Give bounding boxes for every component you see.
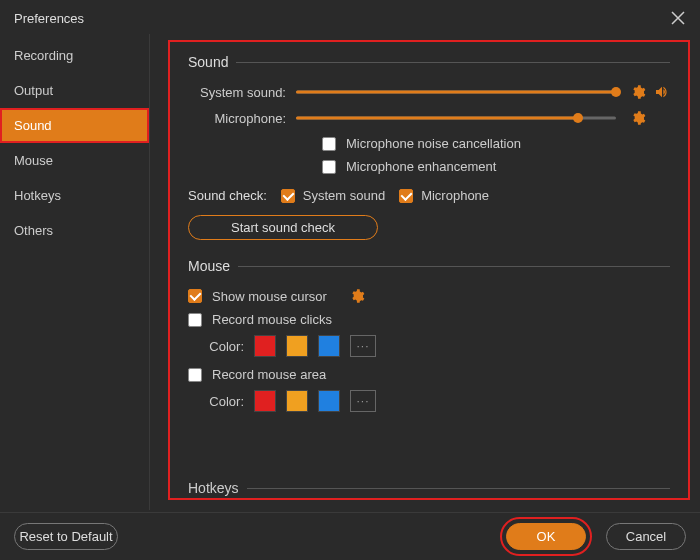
- speaker-icon[interactable]: [654, 84, 670, 100]
- sidebar: Recording Output Sound Mouse Hotkeys Oth…: [0, 34, 150, 510]
- window-title: Preferences: [14, 11, 84, 26]
- more-colors-button[interactable]: ···: [350, 335, 376, 357]
- color-swatch-orange[interactable]: [286, 335, 308, 357]
- more-colors-button[interactable]: ···: [350, 390, 376, 412]
- start-sound-check-button[interactable]: Start sound check: [188, 215, 378, 240]
- cancel-button[interactable]: Cancel: [606, 523, 686, 550]
- color-swatch-red[interactable]: [254, 335, 276, 357]
- section-heading-sound: Sound: [188, 54, 670, 74]
- system-sound-slider[interactable]: [296, 85, 616, 99]
- show-cursor-label: Show mouse cursor: [212, 289, 327, 304]
- sidebar-item-output[interactable]: Output: [0, 73, 149, 108]
- section-heading-hotkeys: Hotkeys: [188, 480, 670, 496]
- sidebar-item-others[interactable]: Others: [0, 213, 149, 248]
- ok-button[interactable]: OK: [506, 523, 586, 550]
- area-color-label: Color:: [202, 394, 244, 409]
- gear-icon[interactable]: [630, 110, 646, 126]
- section-heading-mouse: Mouse: [188, 258, 670, 278]
- noise-cancel-checkbox[interactable]: [322, 137, 336, 151]
- system-sound-label: System sound:: [188, 85, 296, 100]
- microphone-slider[interactable]: [296, 111, 616, 125]
- record-clicks-label: Record mouse clicks: [212, 312, 332, 327]
- show-cursor-checkbox[interactable]: [188, 289, 202, 303]
- click-color-label: Color:: [202, 339, 244, 354]
- noise-cancel-label: Microphone noise cancellation: [346, 136, 521, 151]
- soundcheck-mic-checkbox[interactable]: [399, 189, 413, 203]
- color-swatch-red[interactable]: [254, 390, 276, 412]
- mic-enhance-checkbox[interactable]: [322, 160, 336, 174]
- close-icon[interactable]: [670, 10, 686, 26]
- microphone-label: Microphone:: [188, 111, 296, 126]
- mic-enhance-label: Microphone enhancement: [346, 159, 496, 174]
- color-swatch-orange[interactable]: [286, 390, 308, 412]
- gear-icon[interactable]: [349, 288, 365, 304]
- reset-default-button[interactable]: Reset to Default: [14, 523, 118, 550]
- soundcheck-mic-label: Microphone: [421, 188, 489, 203]
- sidebar-item-sound[interactable]: Sound: [0, 108, 149, 143]
- soundcheck-system-label: System sound: [303, 188, 385, 203]
- color-swatch-blue[interactable]: [318, 335, 340, 357]
- record-area-checkbox[interactable]: [188, 368, 202, 382]
- record-area-label: Record mouse area: [212, 367, 326, 382]
- sidebar-item-mouse[interactable]: Mouse: [0, 143, 149, 178]
- sidebar-item-hotkeys[interactable]: Hotkeys: [0, 178, 149, 213]
- dialog-footer: Reset to Default OK Cancel: [0, 512, 700, 560]
- gear-icon[interactable]: [630, 84, 646, 100]
- color-swatch-blue[interactable]: [318, 390, 340, 412]
- preferences-panel: Sound System sound:: [168, 40, 690, 500]
- record-clicks-checkbox[interactable]: [188, 313, 202, 327]
- sound-check-label: Sound check:: [188, 188, 267, 203]
- sidebar-item-recording[interactable]: Recording: [0, 38, 149, 73]
- soundcheck-system-checkbox[interactable]: [281, 189, 295, 203]
